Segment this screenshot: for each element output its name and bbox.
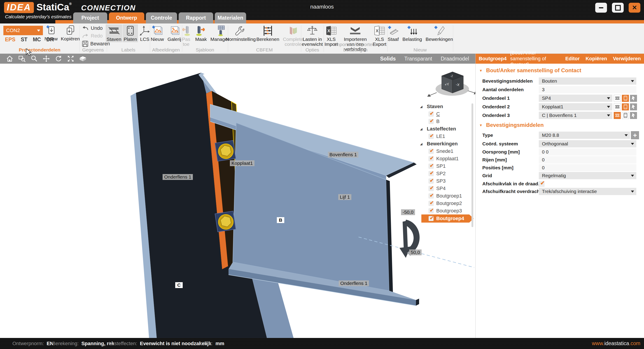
mode-eps[interactable]: EPS [5, 36, 15, 43]
grid-dropdown[interactable]: Regelmatig [539, 172, 636, 179]
view-cube[interactable]: +Y -X -Z [427, 72, 475, 96]
new-load-button[interactable]: Belasting [402, 24, 423, 42]
tree-item-sp4[interactable]: ✔ SP4 [420, 185, 473, 192]
tree-item-boutgroep2[interactable]: ✔ Boutgroep2 [420, 200, 473, 207]
copy-operation-button[interactable]: Kopiëren [586, 56, 607, 62]
labels-platen-toggle[interactable]: Platen [122, 24, 138, 42]
visibility-checkbox[interactable]: ✔ [428, 156, 434, 161]
visibility-checkbox[interactable]: ✔ [428, 178, 434, 184]
mode-st[interactable]: ST [21, 36, 27, 43]
tree-group-bewerkingen[interactable]: ◢ Bewerkingen [420, 140, 473, 148]
visibility-checkbox[interactable]: ✔ [428, 171, 434, 176]
pan-button[interactable] [40, 55, 52, 62]
select-beam-button[interactable] [614, 112, 621, 119]
labels-staven-toggle[interactable]: Staven [106, 24, 122, 42]
positions-field[interactable]: 0 [539, 164, 636, 171]
tree-item-boutgroep4-selected[interactable]: ✔ Boutgroep4 [421, 214, 474, 222]
minimize-button[interactable] [595, 3, 607, 13]
beam-member[interactable] [210, 104, 419, 306]
copy-project-item-button[interactable]: Kopiëren [60, 24, 80, 42]
zoom-button[interactable] [28, 55, 40, 62]
visibility-checkbox[interactable]: ✔ [428, 186, 434, 191]
pick-in-scene-button[interactable] [630, 112, 637, 119]
tab-project[interactable]: Project [73, 12, 107, 24]
render-mode-draadmodel[interactable]: Draadmodel [441, 56, 469, 62]
render-mode-transparant[interactable]: Transparant [404, 56, 432, 62]
fasteners-dropdown[interactable]: Bouten [539, 78, 636, 85]
select-beam-button[interactable] [614, 95, 621, 102]
select-plate-button[interactable] [622, 95, 629, 102]
pick-in-scene-button[interactable] [630, 95, 637, 102]
tab-rapport[interactable]: Rapport [178, 12, 213, 24]
visibility-checkbox[interactable]: ✔ [428, 164, 434, 169]
code-setup-button[interactable]: Norminstelling [225, 24, 254, 42]
website-link[interactable]: www.ideastatica.com [592, 338, 640, 349]
editor-button[interactable]: Editor [566, 56, 580, 62]
visibility-checkbox[interactable]: ✔ [428, 194, 434, 198]
new-member-button[interactable]: Staaf [386, 24, 400, 42]
undo-button[interactable]: Undo [82, 25, 103, 31]
visibility-checkbox[interactable]: ✔ [428, 119, 434, 124]
tree-item-b[interactable]: ✔ B [420, 118, 473, 125]
tree-group-staven[interactable]: ◢ Staven [420, 103, 473, 110]
visibility-checkbox[interactable]: ✔ [428, 134, 434, 139]
shear-transfer-dropdown[interactable]: Trek/afschuiving interactie [539, 188, 636, 195]
tree-item-le1[interactable]: ✔ LE1 [420, 132, 473, 140]
part2-dropdown[interactable]: Kopplaat1 [539, 103, 612, 110]
visibility-checkbox[interactable]: ✔ [428, 149, 434, 154]
close-button[interactable]: ✕ [629, 3, 640, 13]
rotate-button[interactable] [52, 55, 64, 62]
tree-item-sp1[interactable]: ✔ SP1 [420, 162, 473, 170]
new-picture-button[interactable]: Nieuw [150, 24, 164, 42]
origin-field[interactable]: 0 0 [539, 148, 636, 156]
select-plate-button[interactable] [622, 112, 629, 119]
delete-operation-button[interactable]: Verwijderen [613, 56, 641, 62]
expander-icon[interactable]: ◢ [420, 105, 427, 108]
tree-item-boutgroep1[interactable]: ✔ Boutgroep1 [420, 192, 473, 200]
tab-materialen[interactable]: Materialen [215, 12, 246, 24]
rows-field[interactable]: 0 [539, 156, 636, 164]
tree-item-snede1[interactable]: ✔ Snede1 [420, 148, 473, 155]
part3-dropdown[interactable]: C | Bovenflens 1 [539, 112, 612, 119]
coord-system-dropdown[interactable]: Orthogonaal [539, 140, 636, 148]
tree-item-sp2[interactable]: ✔ SP2 [420, 170, 473, 177]
select-plate-button[interactable] [622, 104, 629, 110]
new-operation-button[interactable]: Bewerkingen [425, 24, 454, 42]
3d-viewport[interactable]: +Y -X -Z Onderflens 1 Kopplaat1 Bovenfle… [0, 64, 475, 338]
part1-dropdown[interactable]: SP4 [539, 94, 612, 102]
connection-selector[interactable]: CON2 [4, 26, 43, 35]
zoom-window-button[interactable] [16, 55, 28, 62]
bolt-type-dropdown[interactable]: M20 8.8 [539, 132, 630, 139]
3d-model-canvas[interactable]: +Y -X -Z [0, 64, 475, 338]
expander-icon[interactable]: ◢ [420, 142, 427, 146]
expander-icon[interactable]: ◢ [420, 127, 427, 131]
tree-item-sp3[interactable]: ✔ SP3 [420, 177, 473, 185]
section-bout-anker[interactable]: ▼ Bout/Anker samenstelling of Contact [479, 67, 581, 74]
section-bevestigingsmiddelen[interactable]: ▼ Bevestigingsmiddelen [479, 122, 544, 128]
select-beam-button[interactable] [614, 104, 621, 110]
home-view-button[interactable] [4, 55, 16, 62]
tree-item-c[interactable]: ✔ C [420, 110, 473, 118]
new-project-item-button[interactable]: Nieuw [44, 24, 58, 42]
visibility-checkbox[interactable]: ✔ [428, 216, 434, 221]
loads-in-equilibrium-toggle[interactable]: Lasten in evenwicht [301, 24, 324, 47]
render-mode-solids[interactable]: Solids [380, 56, 396, 62]
add-bolt-type-button[interactable]: + [631, 131, 639, 139]
tab-controle[interactable]: Controle [146, 12, 177, 24]
tab-ontwerp[interactable]: Ontwerp [109, 12, 144, 24]
visibility-checkbox[interactable]: ✔ [428, 208, 434, 213]
solid-view-button[interactable] [77, 55, 89, 62]
tree-item-boutgroep3[interactable]: ✔ Boutgroep3 [420, 207, 473, 214]
pick-in-scene-button[interactable] [630, 104, 637, 110]
tree-scrollbar[interactable] [472, 104, 473, 227]
visibility-checkbox[interactable]: ✔ [428, 201, 434, 206]
tree-group-lasteffecten[interactable]: ◢ Lasteffecten [420, 125, 473, 132]
template-create-button[interactable]: Maak [194, 24, 208, 42]
tree-item-kopplaat1[interactable]: ✔ Kopplaat1 [420, 155, 473, 162]
parts-count-field[interactable]: 3 [539, 86, 636, 93]
shear-plane-checkbox[interactable]: ✔ [539, 181, 544, 187]
labels-lcs-toggle[interactable]: LCS [138, 24, 151, 42]
mode-mc[interactable]: MC [33, 36, 41, 43]
calculate-button[interactable]: Berekenen [256, 24, 280, 42]
visibility-checkbox[interactable]: ✔ [428, 112, 434, 116]
